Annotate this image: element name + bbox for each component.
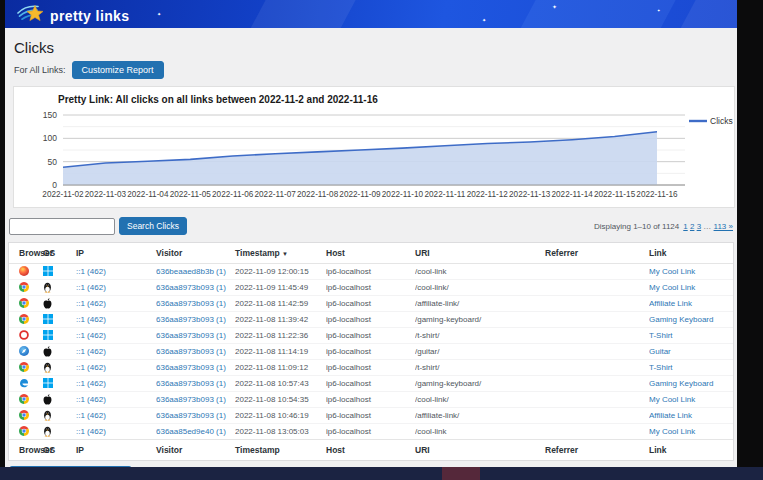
- table-row: ::1 (462)636aa8973b093 (1)2022-11-08 10:…: [9, 392, 733, 408]
- ip-link[interactable]: ::1 (462): [76, 315, 106, 324]
- visitor-link[interactable]: 636aa8973b093 (1): [156, 347, 226, 356]
- column-header-link[interactable]: Link: [649, 440, 733, 461]
- pretty-link-link[interactable]: Gaming Keyboard: [649, 379, 713, 388]
- column-header-timestamp[interactable]: Timestamp: [235, 440, 326, 461]
- svg-text:2022-11-02: 2022-11-02: [42, 190, 84, 199]
- ip-link[interactable]: ::1 (462): [76, 411, 106, 420]
- pretty-link-link[interactable]: T-Shirt: [649, 363, 673, 372]
- ip-link[interactable]: ::1 (462): [76, 331, 106, 340]
- column-header-link[interactable]: Link: [649, 243, 733, 264]
- sparkle-icon: ✦: [657, 8, 660, 13]
- taskbar-strip: [0, 467, 763, 480]
- column-header-ip[interactable]: IP: [76, 440, 156, 461]
- visitor-link[interactable]: 636aa8973b093 (1): [156, 395, 226, 404]
- ip-link[interactable]: ::1 (462): [76, 363, 106, 372]
- column-header-os[interactable]: OS: [43, 243, 76, 264]
- uri-cell: /t-shirt/: [415, 360, 545, 376]
- column-header-visitor[interactable]: Visitor: [156, 440, 235, 461]
- pretty-link-link[interactable]: My Cool Link: [649, 283, 695, 292]
- host-cell: ip6-localhost: [326, 360, 415, 376]
- clicks-chart-card: Pretty Link: All clicks on all links bet…: [13, 86, 735, 208]
- column-header-uri[interactable]: URI: [415, 440, 545, 461]
- visitor-link[interactable]: 636aa8973b093 (1): [156, 363, 226, 372]
- pretty-link-link[interactable]: My Cool Link: [649, 267, 695, 276]
- timestamp-cell: 2022-11-09 11:45:49: [235, 280, 326, 296]
- visitor-link[interactable]: 636aa8973b093 (1): [156, 299, 226, 308]
- pretty-link-link[interactable]: Gaming Keyboard: [649, 315, 713, 324]
- svg-text:2022-11-07: 2022-11-07: [255, 190, 297, 199]
- visitor-link[interactable]: 636aa8973b093 (1): [156, 379, 226, 388]
- page-link-3[interactable]: 3: [697, 222, 701, 231]
- referrer-cell: [545, 280, 649, 296]
- ip-link[interactable]: ::1 (462): [76, 395, 106, 404]
- timestamp-cell: 2022-11-08 10:57:43: [235, 376, 326, 392]
- referrer-cell: [545, 360, 649, 376]
- svg-text:2022-11-10: 2022-11-10: [382, 190, 424, 199]
- pagination-ellipsis: …: [703, 222, 711, 231]
- timestamp-cell: 2022-11-08 11:42:59: [235, 296, 326, 312]
- svg-text:150: 150: [43, 110, 57, 120]
- search-input[interactable]: [9, 218, 115, 235]
- ip-link[interactable]: ::1 (462): [76, 283, 106, 292]
- ip-link[interactable]: ::1 (462): [76, 299, 106, 308]
- svg-text:2022-11-15: 2022-11-15: [594, 190, 636, 199]
- visitor-link[interactable]: 636aa8973b093 (1): [156, 283, 226, 292]
- column-header-host[interactable]: Host: [326, 243, 415, 264]
- apple-os-icon: [43, 346, 53, 357]
- page-link-1[interactable]: 1: [683, 222, 687, 231]
- linux-os-icon: [43, 282, 53, 293]
- table-header-row: BrowserOSIPVisitorTimestamp ▼HostURIRefe…: [9, 243, 733, 264]
- search-clicks-button[interactable]: Search Clicks: [119, 217, 187, 235]
- pretty-link-link[interactable]: Affiliate Link: [649, 411, 692, 420]
- column-header-ip[interactable]: IP: [76, 243, 156, 264]
- svg-text:2022-11-04: 2022-11-04: [127, 190, 169, 199]
- pretty-link-link[interactable]: Affiliate Link: [649, 299, 692, 308]
- column-header-timestamp[interactable]: Timestamp ▼: [235, 243, 326, 264]
- windows-os-icon: [43, 378, 53, 389]
- column-header-os[interactable]: OS: [43, 440, 76, 461]
- column-header-referrer[interactable]: Referrer: [545, 243, 649, 264]
- visitor-link[interactable]: 636aa85ed9e40 (1): [156, 427, 226, 436]
- column-header-browser[interactable]: Browser: [9, 440, 43, 461]
- page-link-last[interactable]: 113 »: [714, 222, 733, 231]
- pretty-link-link[interactable]: My Cool Link: [649, 427, 695, 436]
- chrome-browser-icon: [19, 410, 29, 421]
- pretty-links-logo: pretty links: [17, 3, 130, 28]
- sparkle-icon: ✦: [157, 11, 161, 17]
- column-header-referrer[interactable]: Referrer: [545, 440, 649, 461]
- timestamp-cell: 2022-11-08 11:39:42: [235, 312, 326, 328]
- chrome-browser-icon: [19, 394, 29, 405]
- pretty-links-admin-page: ✦ ✦ ✦ ✦ pretty links Clicks For All Link…: [5, 0, 737, 467]
- visitor-link[interactable]: 636aa8973b093 (1): [156, 411, 226, 420]
- timestamp-cell: 2022-11-08 13:05:03: [235, 424, 326, 440]
- customize-report-button[interactable]: Customize Report: [72, 61, 164, 79]
- brand-header: ✦ ✦ ✦ ✦ pretty links: [5, 0, 737, 28]
- pretty-link-link[interactable]: T-Shirt: [649, 331, 673, 340]
- table-footer-row: BrowserOSIPVisitorTimestampHostURIReferr…: [9, 440, 733, 461]
- ip-link[interactable]: ::1 (462): [76, 267, 106, 276]
- ip-link[interactable]: ::1 (462): [76, 427, 106, 436]
- column-header-host[interactable]: Host: [326, 440, 415, 461]
- host-cell: ip6-localhost: [326, 328, 415, 344]
- pretty-link-link[interactable]: My Cool Link: [649, 395, 695, 404]
- header-streak: [239, 0, 361, 28]
- visitor-link[interactable]: 636aa8973b093 (1): [156, 331, 226, 340]
- visitor-link[interactable]: 636aa8973b093 (1): [156, 315, 226, 324]
- header-streak: [509, 0, 681, 28]
- column-header-browser[interactable]: Browser: [9, 243, 43, 264]
- uri-cell: /affiliate-link/: [415, 296, 545, 312]
- pretty-link-link[interactable]: Guitar: [649, 347, 671, 356]
- column-header-uri[interactable]: URI: [415, 243, 545, 264]
- pagination-top: Displaying 1–10 of 1124 1 2 3 … 113 »: [594, 222, 733, 231]
- ip-link[interactable]: ::1 (462): [76, 347, 106, 356]
- column-header-visitor[interactable]: Visitor: [156, 243, 235, 264]
- ip-link[interactable]: ::1 (462): [76, 379, 106, 388]
- page-link-2[interactable]: 2: [690, 222, 694, 231]
- desktop-background: ✦ ✦ ✦ ✦ pretty links Clicks For All Link…: [0, 0, 763, 480]
- referrer-cell: [545, 264, 649, 280]
- table-row: ::1 (462)636aa8973b093 (1)2022-11-08 11:…: [9, 344, 733, 360]
- uri-cell: /cool-link/: [415, 392, 545, 408]
- visitor-link[interactable]: 636beaaed8b3b (1): [156, 267, 226, 276]
- safari-browser-icon: [19, 346, 29, 357]
- pretty-links-star-icon: [17, 3, 45, 28]
